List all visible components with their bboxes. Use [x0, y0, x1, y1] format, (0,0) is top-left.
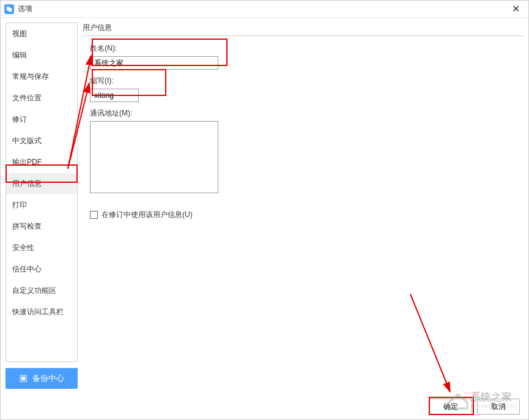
use-in-revision-label: 在修订中使用该用户信息(U) — [102, 210, 193, 220]
address-label: 通讯地址(M): — [90, 108, 523, 119]
sidebar-item-output-pdf[interactable]: 输出PDF — [6, 152, 77, 173]
cancel-button[interactable]: 取消 — [477, 399, 520, 414]
sidebar: 视图 编辑 常规与保存 文件位置 修订 中文版式 输出PDF 用户信息 打印 拼… — [6, 23, 78, 389]
name-input[interactable] — [90, 56, 218, 70]
sidebar-item-revision[interactable]: 修订 — [6, 109, 77, 130]
close-button[interactable]: ✕ — [506, 2, 525, 17]
sidebar-item-spellcheck[interactable]: 拼写检查 — [6, 216, 77, 237]
sidebar-item-security[interactable]: 安全性 — [6, 237, 77, 259]
main-panel: 用户信息 姓名(N): 缩写(I): 通讯地址(M): 在修订中使用该用户信息(… — [83, 23, 523, 389]
address-textarea[interactable] — [90, 121, 218, 193]
app-icon — [4, 4, 14, 14]
sidebar-item-edit[interactable]: 编辑 — [6, 45, 77, 66]
initials-label: 缩写(I): — [90, 76, 523, 86]
sidebar-list: 视图 编辑 常规与保存 文件位置 修订 中文版式 输出PDF 用户信息 打印 拼… — [6, 23, 78, 362]
sidebar-item-view[interactable]: 视图 — [6, 23, 77, 45]
initials-group: 缩写(I): — [90, 76, 523, 102]
name-label: 姓名(N): — [90, 43, 523, 54]
sidebar-item-general-save[interactable]: 常规与保存 — [6, 66, 77, 87]
backup-label: 备份中心 — [32, 373, 64, 384]
window-title: 选项 — [18, 4, 32, 14]
ok-button[interactable]: 确定 — [429, 399, 472, 414]
sidebar-item-file-location[interactable]: 文件位置 — [6, 87, 77, 109]
titlebar: 选项 ✕ — [1, 1, 528, 18]
use-in-revision-checkbox[interactable] — [90, 211, 98, 219]
sidebar-item-chinese-layout[interactable]: 中文版式 — [6, 130, 77, 152]
sidebar-item-trust-center[interactable]: 信任中心 — [6, 259, 77, 280]
sidebar-item-quick-access[interactable]: 快速访问工具栏 — [6, 301, 77, 323]
name-group: 姓名(N): — [90, 43, 523, 70]
address-group: 通讯地址(M): — [90, 108, 523, 195]
sidebar-item-print[interactable]: 打印 — [6, 194, 77, 216]
svg-rect-1 — [21, 377, 25, 380]
footer: 确定 取消 — [1, 394, 528, 419]
initials-input[interactable] — [90, 89, 139, 102]
sidebar-item-user-info[interactable]: 用户信息 — [6, 173, 77, 194]
backup-center-button[interactable]: 备份中心 — [6, 368, 78, 389]
sidebar-item-customize-ribbon[interactable]: 自定义功能区 — [6, 280, 77, 301]
backup-icon — [19, 374, 28, 383]
section-title: 用户信息 — [83, 23, 523, 36]
use-in-revision-row[interactable]: 在修订中使用该用户信息(U) — [90, 210, 523, 220]
